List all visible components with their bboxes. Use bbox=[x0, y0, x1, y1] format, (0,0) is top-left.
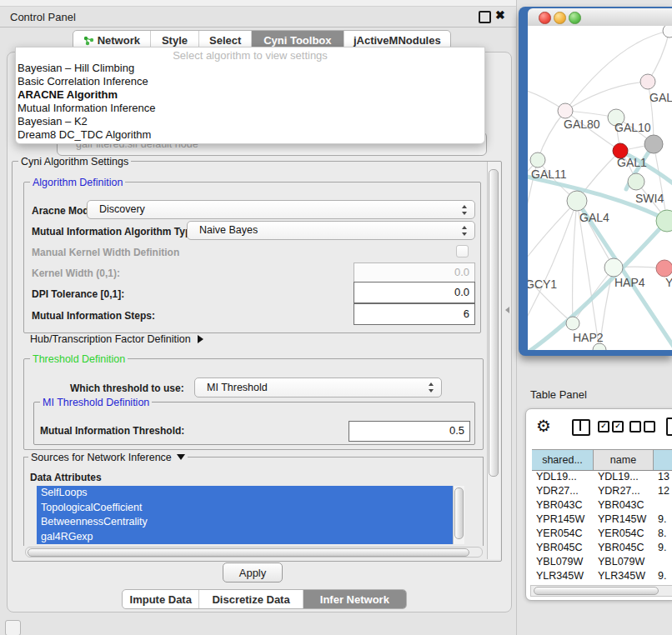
network-canvas[interactable]: GAL GAL80 GAL10 GAL1 GAL11 SWI4 GAL4 GCY… bbox=[528, 26, 672, 350]
dropdown-item[interactable]: Mutual Information Inference bbox=[18, 102, 468, 115]
network-node[interactable] bbox=[663, 26, 672, 38]
tab-impute-data[interactable]: Impute Data bbox=[123, 590, 198, 608]
control-panel-title: Control Panel bbox=[10, 11, 76, 23]
network-node[interactable] bbox=[644, 135, 663, 153]
panel-divider bbox=[516, 0, 517, 635]
document-icon[interactable] bbox=[666, 418, 672, 436]
cell: YDR27... bbox=[594, 485, 654, 499]
table-row[interactable]: YBL079WYBL079W bbox=[532, 556, 672, 570]
bottom-tabbar: Impute Data Discretize Data Infer Networ… bbox=[122, 589, 407, 609]
mi-type-label: Mutual Information Algorithm Type: bbox=[32, 226, 200, 238]
attr-list-scrollbar-thumb[interactable] bbox=[454, 488, 464, 539]
kernel-width-field[interactable]: 0.0 bbox=[354, 262, 475, 282]
cell: YBR045C bbox=[532, 542, 594, 556]
aracne-mode-combo[interactable]: Discovery bbox=[87, 200, 475, 219]
network-node-gal11[interactable] bbox=[530, 152, 545, 168]
gear-icon[interactable]: ⚙ bbox=[536, 416, 551, 436]
table-row[interactable]: YDL19...YDL19...13 bbox=[532, 471, 672, 485]
network-node-hap4[interactable] bbox=[604, 258, 623, 277]
corner-widget-icon[interactable] bbox=[5, 620, 21, 635]
table-row[interactable]: YDR27...YDR27...12 bbox=[532, 485, 672, 499]
node-label: GAL80 bbox=[564, 118, 600, 131]
table-row[interactable]: YPR145WYPR145W9. bbox=[532, 513, 672, 528]
kernel-width-label: Kernel Width (0,1): bbox=[32, 268, 120, 279]
unchecked-checkbox-icon[interactable] bbox=[644, 421, 655, 432]
network-node-swi4[interactable] bbox=[628, 173, 644, 190]
dropdown-item[interactable]: Basic Correlation Inference bbox=[18, 75, 468, 88]
close-traffic-light[interactable] bbox=[539, 12, 551, 24]
hub-section-toggle[interactable]: Hub/Transcription Factor Definition bbox=[30, 333, 203, 345]
apply-button[interactable]: Apply bbox=[223, 562, 283, 582]
table-row[interactable]: YLR345WYLR345W9. bbox=[532, 570, 672, 584]
network-node-gal4[interactable] bbox=[567, 191, 587, 211]
attribute-item[interactable]: SelfLoops bbox=[37, 486, 464, 501]
attribute-item[interactable]: BetweennessCentrality bbox=[37, 515, 464, 530]
column-header-partial[interactable] bbox=[654, 450, 672, 470]
cell: YBR043C bbox=[532, 499, 594, 513]
network-graph: GAL GAL80 GAL10 GAL1 GAL11 SWI4 GAL4 GCY… bbox=[528, 26, 672, 350]
table-row[interactable]: YBR045CYBR045C9. bbox=[532, 542, 672, 556]
cell: YBL079W bbox=[532, 556, 594, 570]
manual-kernel-label: Manual Kernel Width Definition bbox=[32, 247, 179, 258]
attribute-item[interactable]: gal4RGexp bbox=[37, 530, 464, 545]
dropdown-item[interactable]: Bayesian – K2 bbox=[18, 115, 468, 128]
node-label: GAL11 bbox=[531, 168, 567, 181]
combo-arrows-icon bbox=[462, 225, 468, 237]
tab-cyni-toolbox-label: Cyni Toolbox bbox=[263, 34, 331, 47]
checked-checkbox-icon[interactable]: ✓ bbox=[612, 421, 624, 432]
tab-discretize-data[interactable]: Discretize Data bbox=[198, 590, 302, 608]
network-edge bbox=[528, 201, 577, 268]
dropdown-item[interactable]: Dream8 DC_TDC Algorithm bbox=[18, 128, 468, 142]
mi-type-combo[interactable]: Naive Bayes bbox=[187, 221, 475, 240]
node-label: HAP2 bbox=[573, 331, 604, 344]
cell: YDL19... bbox=[594, 471, 654, 485]
combo-arrows-icon bbox=[429, 382, 434, 393]
node-label: Y bbox=[665, 276, 672, 289]
close-icon[interactable]: ✖ bbox=[495, 8, 505, 22]
dropdown-item[interactable]: Bayesian – Hill Climbing bbox=[18, 62, 468, 75]
network-edge bbox=[565, 82, 648, 111]
settings-hscrollbar-thumb[interactable] bbox=[28, 548, 469, 557]
split-columns-icon[interactable] bbox=[572, 419, 590, 436]
minimize-traffic-light[interactable] bbox=[554, 12, 566, 24]
mi-steps-field[interactable]: 6 bbox=[354, 303, 475, 325]
mi-threshold-group-title: MI Threshold Definition bbox=[40, 397, 152, 408]
zoom-traffic-light[interactable] bbox=[569, 12, 581, 24]
splitter-collapse-icon[interactable] bbox=[505, 307, 509, 313]
table-row[interactable]: YBR043CYBR043C bbox=[532, 499, 672, 513]
table-hscrollbar-thumb[interactable] bbox=[534, 587, 659, 595]
checked-checkbox-icon[interactable]: ✓ bbox=[598, 421, 609, 432]
cell: YLR345W bbox=[594, 570, 654, 584]
network-node-hap2[interactable] bbox=[566, 317, 579, 330]
dpi-tolerance-value: 0.0 bbox=[454, 286, 469, 298]
which-threshold-value: MI Threshold bbox=[207, 382, 268, 393]
cell: YBR043C bbox=[594, 499, 654, 513]
network-node[interactable] bbox=[640, 74, 655, 89]
network-node-gal80[interactable] bbox=[558, 103, 573, 118]
network-window-titlebar[interactable] bbox=[528, 8, 672, 27]
which-threshold-combo[interactable]: MI Threshold bbox=[194, 378, 442, 398]
column-header-shared[interactable]: shared... bbox=[532, 450, 594, 470]
column-header-name[interactable]: name bbox=[594, 450, 654, 470]
dpi-tolerance-field[interactable]: 0.0 bbox=[354, 282, 475, 303]
float-window-icon[interactable] bbox=[479, 11, 491, 23]
network-node[interactable] bbox=[593, 343, 606, 350]
unchecked-checkbox-icon[interactable] bbox=[629, 421, 641, 432]
combo-arrows-icon bbox=[462, 204, 468, 216]
manual-kernel-checkbox[interactable] bbox=[456, 245, 469, 258]
table-row[interactable]: YER054CYER054C8. bbox=[532, 528, 672, 542]
collapse-arrow-icon bbox=[177, 454, 185, 460]
tab-infer-network[interactable]: Infer Network bbox=[303, 590, 406, 608]
tab-style-label: Style bbox=[162, 34, 188, 47]
cell: YDR27... bbox=[532, 485, 594, 499]
dropdown-item-selected[interactable]: ARACNE Algorithm bbox=[18, 88, 468, 102]
network-node[interactable] bbox=[656, 260, 672, 277]
sources-group-title[interactable]: Sources for Network Inference bbox=[28, 452, 188, 463]
mi-threshold-field[interactable]: 0.5 bbox=[349, 421, 470, 442]
settings-scrollbar-thumb[interactable] bbox=[489, 169, 499, 477]
attribute-item[interactable]: TopologicalCoefficient bbox=[37, 501, 464, 516]
mi-type-value: Naive Bayes bbox=[199, 224, 258, 236]
tab-impute-data-label: Impute Data bbox=[130, 593, 192, 606]
cell: 9. bbox=[654, 542, 672, 556]
network-edge bbox=[528, 268, 573, 323]
